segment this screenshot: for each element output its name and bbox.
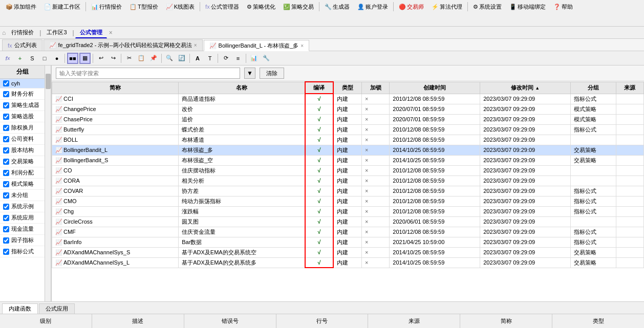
sidebar-item-sys-example[interactable]: 系统示例	[0, 201, 45, 212]
table-cell[interactable]: 📈ADXandMAChannelSys_S	[52, 247, 179, 257]
sidebar-check-indicator[interactable]	[3, 249, 9, 255]
table-cell[interactable]: 📈ChasePrice	[52, 114, 179, 124]
sidebar-item-factor[interactable]: 因子指标	[0, 235, 45, 246]
sidebar-check-cashflow[interactable]	[3, 226, 9, 232]
sidebar-check-mode-strategy[interactable]	[3, 181, 9, 187]
sidebar-item-equity[interactable]: 股本结构	[0, 145, 45, 156]
btn-generator[interactable]: 🔧生成器	[321, 2, 353, 12]
table-cell[interactable]: 📈CMF	[52, 227, 179, 237]
table-cell[interactable]: 蝶式价差	[179, 124, 305, 135]
table-cell[interactable]: 相关分析	[179, 176, 305, 186]
table-cell[interactable]: 追价	[179, 114, 305, 124]
btn-new-workspace[interactable]: 📄新建工作区	[40, 2, 84, 12]
btn-algo-agent[interactable]: ⚡算法代理	[428, 2, 466, 12]
table-cell[interactable]: 📈Chg	[52, 206, 179, 216]
table-cell[interactable]: 布林强盗_多	[179, 145, 305, 155]
nav-formula-mgmt[interactable]: 公式管理	[75, 27, 107, 38]
tb2-wrench[interactable]: 🔧	[261, 53, 272, 64]
table-cell[interactable]: 布林强盗_空	[179, 155, 305, 165]
table-cell[interactable]: 佳庆资金流量	[179, 227, 305, 237]
table-cell[interactable]: 📈ChangePrice	[52, 104, 179, 114]
tb2-paste[interactable]: 📌	[148, 53, 159, 64]
col-header-source[interactable]: 来源	[616, 82, 643, 94]
tb2-s[interactable]: S	[27, 53, 38, 64]
col-header-name[interactable]: 名称	[179, 82, 305, 94]
sidebar-scrollbar[interactable]	[45, 65, 51, 301]
sidebar-item-indicator[interactable]: 指标公式	[0, 246, 45, 257]
tb2-fx[interactable]: fx	[2, 53, 13, 64]
table-cell[interactable]: 📈CircleCross	[52, 216, 179, 227]
tb2-cut[interactable]: ✂	[123, 53, 135, 64]
sidebar-check-unsorted[interactable]	[3, 192, 9, 199]
btn-mobile-bind[interactable]: 📱移动端绑定	[506, 2, 549, 12]
search-input[interactable]	[56, 68, 240, 79]
btn-t-quote[interactable]: 📋T型报价	[126, 2, 162, 12]
col-header-created[interactable]: 创建时间	[390, 82, 480, 94]
table-cell[interactable]: 布林通道	[179, 135, 305, 145]
table-cell[interactable]: 📈CORA	[52, 176, 179, 186]
tb2-circle[interactable]: ●	[51, 53, 62, 64]
sidebar-item-unsorted[interactable]: 未分组	[0, 190, 45, 201]
nav-workspace3[interactable]: 工作区3	[42, 27, 71, 38]
table-cell[interactable]: 📈CO	[52, 165, 179, 176]
tb2-pressed2[interactable]: ▦	[79, 53, 91, 64]
table-cell[interactable]: 📈BollingerBandit_S	[52, 155, 179, 165]
sidebar-item-strategy-gen[interactable]: 策略生成器	[0, 100, 45, 111]
sidebar-item-profit[interactable]: 利润分配	[0, 167, 45, 179]
col-header-lock[interactable]: 加锁	[362, 82, 390, 94]
sidebar-check-trade-strategy[interactable]	[3, 159, 9, 165]
sidebar-check-strategy-sel[interactable]	[3, 114, 9, 120]
sidebar-check-finance[interactable]	[3, 91, 9, 97]
table-cell[interactable]: 📈BarInfo	[52, 237, 179, 247]
tb2-redo[interactable]: ↪	[108, 53, 119, 64]
sidebar-item-company[interactable]: 公司资料	[0, 134, 45, 145]
nav-market[interactable]: 行情报价	[7, 27, 38, 38]
btn-help[interactable]: ❓帮助	[550, 2, 576, 12]
nav-close-icon[interactable]: ×	[109, 29, 113, 36]
tab-formula-list[interactable]: fx 公式列表	[2, 39, 42, 51]
tb2-add[interactable]: +	[14, 53, 26, 64]
table-cell[interactable]: 📈Butterfly	[52, 124, 179, 135]
table-cell[interactable]: 📈CMO	[52, 196, 179, 206]
sidebar-item-strategy-sel[interactable]: 策略选股	[0, 111, 45, 122]
scroll-thumb[interactable]	[46, 74, 51, 89]
table-cell[interactable]: 📈BollingerBandit_L	[52, 145, 179, 155]
table-cell[interactable]: 佳庆摆动指标	[179, 165, 305, 176]
btn-account-login[interactable]: 👤账户登录	[354, 2, 392, 12]
col-header-short[interactable]: 简称	[52, 82, 179, 94]
table-cell[interactable]: 纯动力振荡指标	[179, 196, 305, 206]
tb2-search[interactable]: 🔍	[164, 53, 175, 64]
table-cell[interactable]: 基于ADX及EMA的交易系统空	[179, 247, 305, 257]
col-header-group[interactable]: 分组	[571, 82, 616, 94]
sidebar-item-cyh[interactable]: cyh	[0, 79, 45, 89]
sidebar-check-cyh[interactable]	[3, 80, 9, 86]
table-cell[interactable]: 协方差	[179, 186, 305, 196]
search-dropdown[interactable]: ▼	[244, 68, 255, 79]
btn-formula-mgr[interactable]: fx公式管理器	[202, 2, 243, 12]
table-cell[interactable]: 改价	[179, 104, 305, 114]
tab-close-grid[interactable]: ×	[194, 42, 197, 48]
sidebar-check-sys-example[interactable]	[3, 204, 9, 210]
table-cell[interactable]: 📈BOLL	[52, 135, 179, 145]
sidebar-item-mode-strategy[interactable]: 模式策略	[0, 179, 45, 190]
table-cell[interactable]: 圆叉图	[179, 216, 305, 227]
tab-close-bollinger[interactable]: ×	[300, 43, 304, 49]
btn-strategy-trade[interactable]: 💹策略交易	[280, 2, 317, 12]
tb2-box[interactable]: □	[39, 53, 50, 64]
col-header-type[interactable]: 类型	[333, 82, 361, 94]
clear-button[interactable]: 清除	[260, 68, 284, 79]
sidebar-item-exrights[interactable]: 除权换月	[0, 122, 45, 134]
btn-kline[interactable]: 📈K线图表	[162, 2, 198, 12]
tb2-pressed1[interactable]: ■■	[67, 53, 78, 64]
tab-bollinger[interactable]: 📈 BollingerBandit_L - 布林强盗_多 ×	[204, 40, 310, 51]
bottom-tab-formula-app[interactable]: 公式应用	[39, 303, 75, 314]
tb2-chart[interactable]: 📊	[248, 53, 260, 64]
table-cell[interactable]: Bar数据	[179, 237, 305, 247]
tb2-refresh[interactable]: ⟳	[220, 53, 231, 64]
tb2-undo[interactable]: ↩	[95, 53, 106, 64]
sidebar-item-cashflow[interactable]: 现金流量	[0, 224, 45, 235]
sidebar-item-sys-app[interactable]: 系统应用	[0, 212, 45, 224]
btn-sys-settings[interactable]: ⚙系统设置	[469, 2, 505, 12]
col-header-compiled[interactable]: 编译	[305, 82, 334, 94]
table-cell[interactable]: 基于ADX及EMA的交易系统多	[179, 257, 305, 268]
